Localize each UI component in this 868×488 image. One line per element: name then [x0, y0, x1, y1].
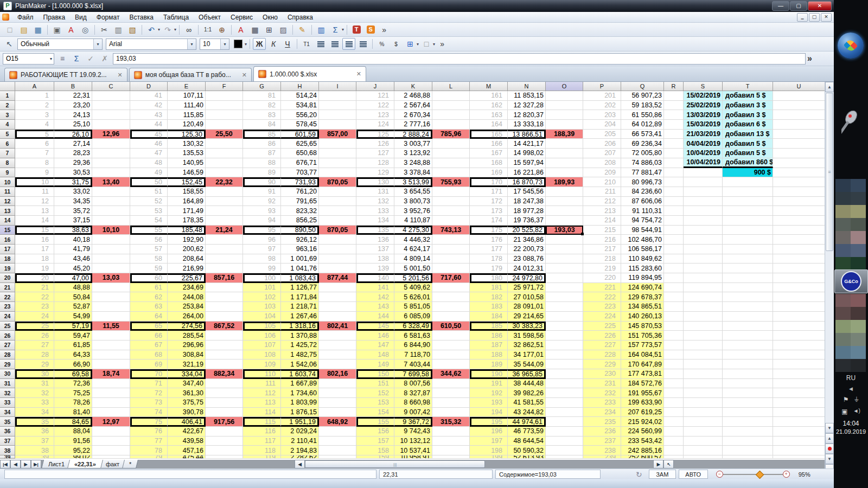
cell-G20[interactable]: 100	[243, 273, 281, 283]
maximize-button[interactable]: ▢	[790, 1, 807, 11]
cell-A24[interactable]: 24	[15, 312, 54, 322]
cell-K24[interactable]: 6 085,09	[394, 312, 432, 322]
overwrite-indicator[interactable]: ЗАМ	[649, 470, 676, 479]
cell-H14[interactable]: 856,25	[281, 216, 319, 226]
cell-L34[interactable]	[432, 408, 470, 418]
copy-button[interactable]: ▥	[112, 24, 125, 36]
cell-P1[interactable]: 201	[583, 91, 621, 101]
cell-E16[interactable]: 192,90	[168, 235, 206, 245]
cell-B14[interactable]: 37,15	[54, 216, 92, 226]
cell-N22[interactable]: 27 010,58	[508, 292, 546, 302]
cell-J2[interactable]: 122	[356, 101, 394, 111]
cell-D5[interactable]: 45	[130, 130, 168, 139]
cell-B11[interactable]: 33,02	[54, 187, 92, 197]
cell-F19[interactable]	[206, 264, 243, 273]
cell-K16[interactable]: 4 446,32	[394, 235, 432, 245]
cell-C19[interactable]	[92, 264, 130, 273]
cell-N35[interactable]: 44 974,61	[508, 417, 546, 427]
cell-E20[interactable]: 225,67	[168, 273, 206, 283]
cell-L21[interactable]	[432, 283, 470, 293]
cell-J23[interactable]: 143	[356, 302, 394, 312]
cell-Q29[interactable]: 170 647,89	[621, 359, 664, 369]
cell-D21[interactable]: 61	[130, 283, 168, 293]
cell-G15[interactable]: 95	[243, 226, 281, 235]
cell-Q7[interactable]: 72 005,80	[621, 149, 664, 158]
row-header-27[interactable]: 27	[0, 341, 15, 350]
cell-G1[interactable]: 81	[243, 91, 281, 101]
cell-R13[interactable]	[664, 206, 684, 216]
tab-close-icon[interactable]: ✕	[234, 72, 247, 79]
cell-I37[interactable]	[319, 436, 356, 446]
cell-I31[interactable]	[319, 379, 356, 389]
cell-K30[interactable]: 7 699,58	[394, 369, 432, 379]
cell-H8[interactable]: 676,71	[281, 158, 319, 168]
taskbar-thumbnail[interactable]	[851, 307, 866, 320]
cell-C21[interactable]	[92, 283, 130, 293]
col-header-A[interactable]: A	[15, 82, 54, 91]
cell-J37[interactable]: 157	[356, 436, 394, 446]
col-header-O[interactable]: O	[546, 82, 583, 91]
cell-I21[interactable]	[319, 283, 356, 293]
cell-N27[interactable]: 32 862,51	[508, 341, 546, 350]
taskbar-thumbnail[interactable]	[835, 359, 851, 372]
cell-S14[interactable]	[684, 216, 723, 226]
cell-E19[interactable]: 216,99	[168, 264, 206, 273]
cell-O30[interactable]	[546, 369, 583, 379]
cell-G35[interactable]: 115	[243, 417, 281, 427]
cell-B18[interactable]: 43,46	[54, 254, 92, 264]
taskbar-thumbnail[interactable]	[851, 218, 866, 231]
col-header-C[interactable]: C	[92, 82, 130, 91]
row-header-29[interactable]: 29	[0, 359, 15, 369]
cell-U29[interactable]	[773, 359, 825, 369]
cell-R15[interactable]	[664, 226, 684, 235]
textmaker-app-button[interactable]: T	[350, 24, 363, 36]
cell-A7[interactable]: 7	[15, 149, 54, 158]
cell-F8[interactable]	[206, 158, 243, 168]
font-combo-dropdown-icon[interactable]: ▾	[187, 39, 196, 49]
cell-O6[interactable]	[546, 139, 583, 149]
cell-Q24[interactable]: 140 260,13	[621, 312, 664, 322]
cell-A19[interactable]: 19	[15, 264, 54, 273]
cell-H23[interactable]: 1 218,71	[281, 302, 319, 312]
cell-L13[interactable]	[432, 206, 470, 216]
minimize-button[interactable]: —	[772, 1, 789, 11]
save-button[interactable]: ▦	[31, 24, 44, 36]
cell-I33[interactable]	[319, 398, 356, 408]
cell-S12[interactable]	[684, 197, 723, 207]
first-sheet-button[interactable]: |◀	[0, 460, 10, 468]
cell-H1[interactable]: 514,24	[281, 91, 319, 101]
cell-U38[interactable]	[773, 446, 825, 455]
cell-H37[interactable]: 2 110,41	[281, 436, 319, 446]
currency-format-button[interactable]: $	[390, 38, 403, 50]
cell-U37[interactable]	[773, 436, 825, 446]
cell-F13[interactable]	[206, 206, 243, 216]
cell-U34[interactable]	[773, 408, 825, 418]
cell-P5[interactable]: 205	[583, 130, 621, 139]
cell-F21[interactable]	[206, 283, 243, 293]
col-header-D[interactable]: D	[130, 82, 168, 91]
taskbar-thumbnail[interactable]	[851, 244, 866, 257]
sheet-tab-4[interactable]: *	[122, 460, 138, 468]
format-paintbrush-button[interactable]: ✎	[296, 24, 309, 36]
tab-close-icon[interactable]: ✕	[110, 72, 123, 79]
cell-S24[interactable]	[684, 312, 723, 322]
cell-N39[interactable]: 52 613,93	[508, 455, 546, 459]
cell-P23[interactable]: 223	[583, 302, 621, 312]
cell-L33[interactable]	[432, 398, 470, 408]
cell-D37[interactable]: 77	[130, 436, 168, 446]
cell-F39[interactable]	[206, 455, 243, 459]
taskbar-thumbnail[interactable]	[851, 359, 866, 372]
row-header-32[interactable]: 32	[0, 388, 15, 398]
cell-E1[interactable]: 107,11	[168, 91, 206, 101]
cell-D39[interactable]: 79	[130, 455, 168, 459]
cell-I28[interactable]	[319, 350, 356, 360]
insert-list-button[interactable]: ≡	[56, 53, 69, 65]
cell-H11[interactable]: 761,20	[281, 187, 319, 197]
cell-E8[interactable]: 140,95	[168, 158, 206, 168]
cell-U30[interactable]	[773, 369, 825, 379]
cell-C13[interactable]	[92, 206, 130, 216]
cell-A3[interactable]: 3	[15, 110, 54, 120]
cell-T31[interactable]	[723, 379, 773, 389]
cell-D38[interactable]: 78	[130, 446, 168, 455]
cell-D14[interactable]: 54	[130, 216, 168, 226]
